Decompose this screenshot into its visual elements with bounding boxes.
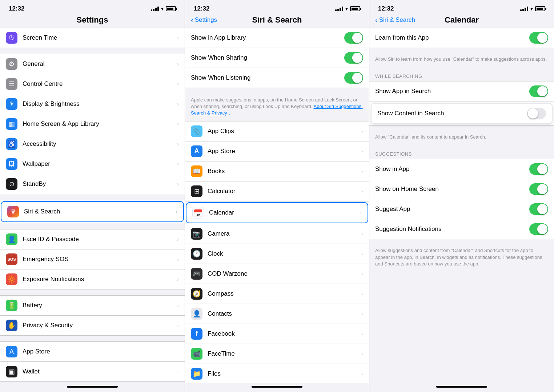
left-settings-list[interactable]: ⏱ Screen Time › ⚙ General › ☰ Control Ce… [0, 28, 185, 383]
siri-section: 🎙 Siri & Search › [0, 200, 185, 223]
sidebar-item-exposure[interactable]: 🔆 Exposure Notifications › [0, 269, 185, 289]
chevron-icon: › [177, 236, 179, 242]
sidebar-item-display-brightness[interactable]: ☀ Display & Brightness › [0, 94, 185, 114]
home-screen-label: Home Screen & App Library [23, 120, 174, 128]
sidebar-item-screen-time[interactable]: ⏱ Screen Time › [0, 28, 185, 48]
app-item-camera[interactable]: 📷 Camera › [185, 224, 369, 244]
clock-label: Clock [208, 250, 358, 257]
learn-from-app-label: Learn from this App [375, 34, 529, 41]
middle-back-button[interactable]: ‹ Settings [191, 16, 217, 24]
toggle-suggestion-notifications[interactable]: Suggestion Notifications [369, 219, 554, 239]
right-back-button[interactable]: ‹ Siri & Search [375, 16, 415, 24]
show-when-listening-label: Show When Listening [191, 74, 344, 81]
middle-info-text: Apple can make suggestions in apps, on t… [185, 94, 369, 121]
show-when-sharing-toggle[interactable] [344, 52, 363, 64]
app-item-calendar[interactable]: 30 Calendar › [186, 202, 368, 223]
sidebar-item-wallpaper[interactable]: 🖼 Wallpaper › [0, 154, 185, 174]
show-content-in-search-toggle[interactable] [527, 108, 546, 119]
app-item-books[interactable]: 📖 Books › [185, 161, 369, 181]
app-item-app-store[interactable]: A App Store › [185, 141, 369, 161]
signal-icon [520, 7, 528, 11]
siri-suggestions-link[interactable]: About Siri Suggestions, Search & Privacy… [191, 104, 363, 116]
suggest-app-toggle[interactable] [529, 203, 548, 215]
right-settings-list[interactable]: Learn from this App Allow Siri to learn … [369, 28, 554, 383]
right-nav-header: ‹ Siri & Search Calendar [369, 15, 554, 28]
calculator-icon: ⊞ [191, 185, 202, 197]
sidebar-item-face-id[interactable]: 👤 Face ID & Passcode › [0, 229, 185, 249]
show-when-listening-toggle[interactable] [344, 72, 363, 84]
middle-settings-list[interactable]: Show in App Library Show When Sharing Sh… [185, 28, 369, 383]
right-status-icons: ▾ [520, 6, 545, 12]
sidebar-item-general[interactable]: ⚙ General › [0, 54, 185, 74]
app-store-list-label: App Store [208, 148, 358, 155]
chevron-icon: › [361, 251, 363, 257]
facebook-icon: f [191, 328, 202, 340]
left-battery-section: 🔋 Battery › ✋ Privacy & Security › [0, 295, 185, 336]
toggle-suggest-app[interactable]: Suggest App [369, 199, 554, 219]
sidebar-item-battery[interactable]: 🔋 Battery › [0, 296, 185, 316]
wallpaper-icon: 🖼 [6, 158, 17, 170]
toggle-show-content-in-search[interactable]: Show Content in Search [371, 103, 553, 124]
toggle-show-in-app[interactable]: Show in App [369, 159, 554, 179]
app-item-facetime[interactable]: 📹 FaceTime › [185, 344, 369, 364]
wallet-icon: ▣ [6, 366, 17, 377]
chevron-icon: › [177, 101, 179, 107]
app-item-app-clips[interactable]: 📎 App Clips › [185, 121, 369, 141]
toggle-learn-from-app[interactable]: Learn from this App [369, 28, 554, 48]
show-in-app-library-toggle[interactable] [344, 32, 363, 44]
sidebar-item-standby[interactable]: ⊙ StandBy › [0, 174, 185, 194]
show-in-app-toggle[interactable] [529, 163, 548, 175]
cod-warzone-icon: 🎮 [191, 268, 202, 280]
app-item-contacts[interactable]: 👤 Contacts › [185, 304, 369, 324]
app-item-calculator[interactable]: ⊞ Calculator › [185, 181, 369, 201]
left-home-indicator [67, 386, 118, 388]
app-item-facebook[interactable]: f Facebook › [185, 324, 369, 344]
app-item-files[interactable]: 📁 Files › [185, 364, 369, 383]
suggest-app-label: Suggest App [375, 205, 529, 213]
chevron-icon: › [177, 323, 179, 328]
files-label: Files [208, 370, 358, 377]
app-clips-label: App Clips [208, 128, 358, 135]
accessibility-label: Accessibility [23, 140, 174, 148]
sidebar-item-app-store[interactable]: A App Store › [0, 342, 185, 362]
facetime-icon: 📹 [191, 348, 202, 360]
facebook-label: Facebook [208, 330, 358, 337]
show-app-in-search-toggle[interactable] [529, 85, 548, 97]
toggle-show-when-sharing[interactable]: Show When Sharing [185, 48, 369, 68]
facetime-label: FaceTime [208, 350, 358, 357]
chevron-icon: › [177, 303, 179, 308]
app-item-cod-warzone[interactable]: 🎮 COD Warzone › [185, 264, 369, 284]
sidebar-item-emergency-sos[interactable]: SOS Emergency SOS › [0, 249, 185, 269]
left-nav-header: Settings [0, 15, 185, 28]
suggestions-header: SUGGESTIONS [369, 145, 554, 159]
app-item-compass[interactable]: 🧭 Compass › [185, 284, 369, 304]
sidebar-item-home-screen[interactable]: ▦ Home Screen & App Library › [0, 114, 185, 134]
control-centre-icon: ☰ [6, 78, 17, 90]
signal-icon [335, 7, 343, 11]
sidebar-item-wallet[interactable]: ▣ Wallet › [0, 362, 185, 381]
middle-status-time: 12:32 [194, 5, 209, 12]
chevron-icon: › [176, 209, 177, 215]
middle-page-title: Siri & Search [252, 15, 302, 25]
toggle-show-when-listening[interactable]: Show When Listening [185, 68, 369, 88]
chevron-icon: › [177, 369, 179, 375]
suggestion-notifications-toggle[interactable] [529, 223, 548, 235]
display-brightness-label: Display & Brightness [23, 100, 174, 108]
learn-from-app-toggle[interactable] [529, 32, 548, 44]
sidebar-item-accessibility[interactable]: ♿ Accessibility › [0, 134, 185, 154]
sidebar-item-siri-search[interactable]: 🎙 Siri & Search › [1, 201, 184, 222]
right-panel: 12:32 ▾ ‹ Siri & Search Calendar Learn f… [369, 0, 554, 392]
sidebar-item-privacy[interactable]: ✋ Privacy & Security › [0, 316, 185, 335]
toggle-show-in-app-library[interactable]: Show in App Library [185, 28, 369, 48]
sidebar-item-control-centre[interactable]: ☰ Control Centre › [0, 74, 185, 94]
home-screen-icon: ▦ [6, 118, 17, 130]
show-on-home-screen-toggle[interactable] [529, 183, 548, 195]
chevron-icon: › [361, 188, 363, 194]
toggle-show-app-in-search[interactable]: Show App in Search [369, 81, 554, 101]
chevron-icon: › [177, 161, 179, 167]
exposure-label: Exposure Notifications [23, 276, 174, 283]
chevron-icon: › [177, 35, 179, 41]
app-item-clock[interactable]: 🕐 Clock › [185, 244, 369, 264]
chevron-icon: › [177, 61, 179, 67]
toggle-show-on-home-screen[interactable]: Show on Home Screen [369, 179, 554, 199]
